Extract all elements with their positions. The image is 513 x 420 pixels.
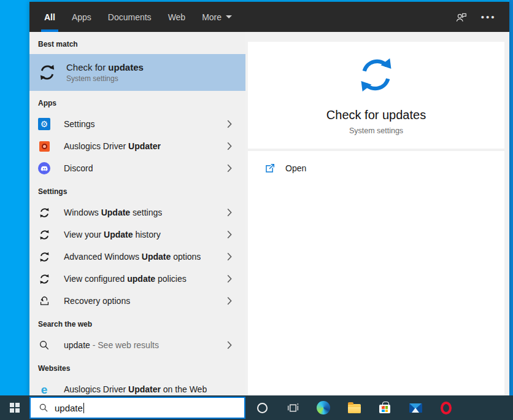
search-icon <box>39 403 48 413</box>
taskbar-mail-button[interactable] <box>400 395 431 420</box>
windows-logo-icon <box>10 403 20 413</box>
preview-title: Check for updates <box>326 108 426 122</box>
taskbar-buttons <box>247 395 461 420</box>
result-subtitle: System settings <box>66 74 144 83</box>
chevron-right-icon <box>227 274 232 283</box>
sync-icon <box>38 251 50 263</box>
section-header: Best match <box>29 39 245 49</box>
taskbar: update <box>0 395 513 420</box>
open-action[interactable]: Open <box>248 155 504 182</box>
preview-hero-card: Check for updates System settings <box>248 42 504 149</box>
preview-subtitle: System settings <box>349 126 403 135</box>
chevron-right-icon <box>227 297 232 305</box>
start-button[interactable] <box>0 395 29 420</box>
file-explorer-icon <box>348 402 361 413</box>
open-external-icon <box>264 163 275 174</box>
preview-pane: Check for updates System settings Open <box>245 32 509 395</box>
setting-view-your-update-history[interactable]: View your Update history <box>29 224 245 246</box>
chevron-right-icon <box>227 252 232 261</box>
topbar-tabs: AllAppsDocumentsWebMore <box>44 2 249 32</box>
tab-documents[interactable]: Documents <box>108 2 152 32</box>
web-search-update[interactable]: update - See web results <box>29 334 245 356</box>
taskbar-store-button[interactable] <box>369 395 400 420</box>
website-auslogics-driver-updater[interactable]: eAuslogics Driver Updater on the Web <box>29 378 245 395</box>
preview-actions: Open <box>248 151 504 395</box>
search-results-list: Best matchCheck for updatesSystem settin… <box>29 32 245 395</box>
chevron-right-icon <box>227 120 232 128</box>
taskbar-opera-button[interactable] <box>431 395 461 420</box>
tab-all[interactable]: All <box>44 2 55 32</box>
sync-icon <box>38 228 50 241</box>
chevron-right-icon <box>227 341 232 349</box>
chevron-right-icon <box>227 164 232 173</box>
chevron-right-icon <box>227 208 232 217</box>
chevron-right-icon <box>227 230 232 239</box>
setting-recovery-options[interactable]: Recovery options <box>29 290 245 312</box>
dropdown-arrow-icon <box>226 15 232 18</box>
section-header: Websites <box>29 364 245 373</box>
feedback-person-icon[interactable] <box>454 10 469 25</box>
sync-icon <box>37 62 58 83</box>
topbar-right-icons: ••• <box>454 2 509 32</box>
taskbar-search-input[interactable]: update <box>29 397 245 419</box>
mail-icon <box>409 403 422 413</box>
section-header: Search the web <box>29 319 245 329</box>
taskbar-file-explorer-button[interactable] <box>339 395 369 420</box>
tab-more[interactable]: More <box>202 2 232 32</box>
search-filter-bar: AllAppsDocumentsWebMore ••• <box>29 2 509 32</box>
text-caret <box>83 403 84 413</box>
sync-icon <box>38 206 50 219</box>
chevron-right-icon <box>227 142 232 150</box>
discord-icon <box>38 162 50 174</box>
store-icon <box>379 402 390 413</box>
windows-desktop: AllAppsDocumentsWebMore ••• Best matchCh… <box>0 0 513 420</box>
search-query-text: update <box>55 403 83 413</box>
search-flyout: AllAppsDocumentsWebMore ••• Best matchCh… <box>29 2 509 395</box>
app-auslogics-driver-updater[interactable]: Auslogics Driver Updater <box>29 135 245 157</box>
section-header: Apps <box>29 98 245 108</box>
task-view-icon <box>287 402 299 414</box>
auslogics-icon <box>38 140 50 152</box>
app-settings[interactable]: ⚙Settings <box>29 113 245 135</box>
settings-icon: ⚙ <box>38 118 50 130</box>
best-match-check-for-updates[interactable]: Check for updatesSystem settings <box>29 54 245 91</box>
setting-view-configured-update-policies[interactable]: View configured update policies <box>29 268 245 290</box>
sync-icon <box>38 273 50 285</box>
cortana-icon <box>257 403 268 413</box>
search-icon <box>38 339 50 351</box>
desktop-background <box>509 0 513 395</box>
taskbar-edge-button[interactable] <box>308 395 339 420</box>
ellipsis-menu-icon[interactable]: ••• <box>481 10 496 25</box>
tab-web[interactable]: Web <box>168 2 186 32</box>
taskbar-task-view-button[interactable] <box>277 395 308 420</box>
section-header: Settings <box>29 187 245 196</box>
edge-icon <box>317 401 330 414</box>
tab-apps[interactable]: Apps <box>72 2 91 32</box>
recovery-icon <box>38 295 50 307</box>
opera-icon <box>441 402 452 414</box>
globe-e-icon: e <box>38 383 50 395</box>
taskbar-cortana-button[interactable] <box>247 395 277 420</box>
setting-advanced-windows-update-options[interactable]: Advanced Windows Update options <box>29 246 245 268</box>
sync-icon <box>356 55 396 98</box>
app-discord[interactable]: Discord <box>29 157 245 179</box>
setting-windows-update-settings[interactable]: Windows Update settings <box>29 201 245 224</box>
